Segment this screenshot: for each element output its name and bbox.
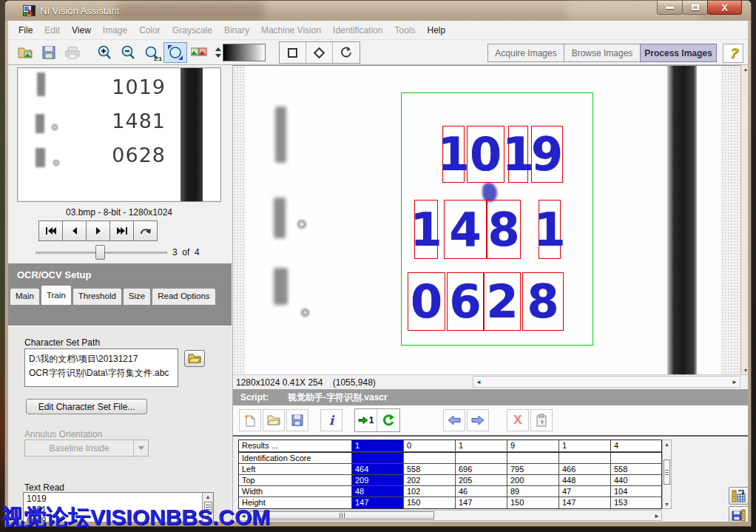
rectangle-icon [288, 48, 297, 58]
script-info-button[interactable]: i [320, 409, 342, 431]
delete-step-button[interactable]: X [507, 409, 529, 431]
table-cell[interactable]: 558 [611, 464, 663, 475]
viewer-vertical-scrollbar[interactable]: ▲ ▼ [740, 65, 748, 374]
table-cell[interactable] [507, 453, 559, 464]
image-display-button[interactable] [187, 42, 211, 63]
table-cell[interactable]: 200 [507, 475, 559, 486]
table-cell-selected[interactable]: 1 [352, 440, 404, 452]
table-cell[interactable]: 104 [611, 486, 663, 497]
roi-rectangle-button[interactable] [280, 42, 306, 63]
zoom-out-button[interactable] [116, 42, 140, 63]
maximize-button[interactable] [682, 1, 708, 15]
open-script-button[interactable] [263, 409, 285, 431]
table-cell[interactable]: 4 [611, 440, 663, 452]
process-images-button[interactable]: Process Images [640, 44, 717, 62]
table-cell[interactable]: 448 [559, 475, 611, 486]
reference-image[interactable]: 1019 1481 0628 [17, 67, 221, 202]
zoom-1to1-button[interactable]: 1:1 [140, 42, 163, 63]
table-cell[interactable]: 46 [456, 486, 507, 497]
palette-spinner[interactable] [215, 46, 221, 59]
roi-diamond-button[interactable] [306, 42, 333, 63]
menu-view[interactable]: View [66, 22, 97, 38]
help-button[interactable]: ? [723, 44, 743, 63]
browse-images-button[interactable]: Browse Images [564, 44, 641, 62]
save-results-button[interactable] [729, 506, 748, 522]
table-cell[interactable]: 47 [559, 486, 611, 497]
menu-help[interactable]: Help [422, 22, 452, 38]
table-cell[interactable]: 150 [404, 497, 456, 508]
loop-images-button[interactable] [133, 220, 158, 241]
table-cell[interactable] [611, 453, 663, 464]
image-caption: 03.bmp - 8-bit - 1280x1024 [8, 207, 230, 218]
next-image-button[interactable] [86, 220, 110, 241]
image-slider-thumb[interactable] [95, 245, 105, 260]
table-cell[interactable]: 147 [456, 497, 507, 508]
open-image-button[interactable] [14, 42, 38, 63]
tab-threshold[interactable]: Threshold [72, 288, 122, 305]
table-cell[interactable]: 696 [456, 464, 507, 475]
tab-read-options[interactable]: Read Options [152, 288, 215, 305]
close-button[interactable]: X [707, 1, 742, 15]
table-cell-selected[interactable]: 464 [352, 464, 404, 475]
image-artifact [37, 73, 45, 96]
table-cell[interactable]: 205 [456, 475, 507, 486]
scroll-right-icon: ► [729, 379, 740, 385]
table-cell[interactable]: 558 [404, 464, 456, 475]
save-image-button[interactable] [38, 42, 61, 63]
table-cell[interactable] [404, 453, 456, 464]
run-loop-button[interactable] [377, 409, 399, 431]
first-image-button[interactable] [38, 220, 63, 241]
table-cell-selected[interactable]: 147 [352, 497, 404, 508]
table-cell[interactable]: 102 [404, 486, 456, 497]
menu-file[interactable]: File [13, 22, 38, 38]
table-horizontal-scrollbar[interactable]: ◄ ► [238, 510, 662, 521]
title-bar[interactable]: NI Vision Assistant X [5, 1, 751, 21]
minimize-button[interactable] [657, 1, 683, 15]
table-cell[interactable] [559, 453, 611, 464]
character-set-path-field[interactable]: D:\我的文档\项目\20131217 OCR字符识别\Data\字符集文件.a… [24, 349, 178, 387]
table-cell[interactable]: 466 [559, 464, 611, 475]
table-cell[interactable]: 0 [404, 440, 456, 452]
scroll-up-icon: ▲ [206, 493, 211, 502]
scrollbar-thumb[interactable] [664, 459, 670, 485]
step-forward-button[interactable] [467, 409, 489, 431]
last-image-button[interactable] [109, 220, 134, 241]
table-cell[interactable]: 795 [507, 464, 559, 475]
step-back-button[interactable] [443, 409, 465, 431]
acquire-images-button[interactable]: Acquire Images [487, 44, 564, 62]
palette-gradient-bar[interactable] [223, 44, 266, 61]
table-cell-selected[interactable] [352, 453, 404, 464]
roi-rotate-button[interactable] [333, 42, 360, 63]
edit-character-set-button[interactable]: Edit Character Set File... [26, 399, 147, 414]
table-cell[interactable] [456, 453, 507, 464]
send-results-to-table-button[interactable] [729, 487, 748, 505]
table-cell[interactable]: 147 [559, 497, 611, 508]
detected-character: 0 [467, 126, 504, 183]
table-cell[interactable]: 1 [456, 440, 507, 452]
tab-main[interactable]: Main [10, 288, 40, 305]
viewer-horizontal-scrollbar[interactable]: ◄ ► [473, 376, 740, 388]
table-vertical-scrollbar[interactable]: ▲ ▼ [662, 440, 672, 509]
table-cell-selected[interactable]: 209 [352, 475, 404, 486]
main-image-viewer[interactable]: 1 0 1 9 1 4 8 1 0 6 2 8 [233, 65, 740, 374]
run-once-button[interactable]: 1 [355, 409, 377, 431]
table-cell-selected[interactable]: 48 [352, 486, 404, 497]
previous-image-button[interactable] [62, 220, 87, 241]
table-cell[interactable]: 150 [507, 497, 559, 508]
zoom-in-button[interactable] [92, 42, 116, 63]
browse-path-button[interactable] [184, 350, 205, 367]
paste-step-button[interactable] [530, 409, 553, 431]
tab-train[interactable]: Train [41, 285, 72, 305]
table-cell[interactable]: 440 [611, 475, 663, 486]
table-cell[interactable]: 89 [507, 486, 559, 497]
results-table[interactable]: Results ... 1 0 1 9 1 4 Identification S… [238, 440, 662, 509]
tab-size[interactable]: Size [123, 288, 151, 305]
table-cell[interactable]: 153 [611, 497, 663, 508]
scrollbar-thumb[interactable] [249, 511, 434, 519]
table-cell[interactable]: 1 [559, 440, 611, 452]
new-script-button[interactable] [239, 409, 261, 431]
table-cell[interactable]: 9 [507, 440, 559, 452]
save-script-button[interactable] [286, 409, 308, 431]
zoom-to-fit-button[interactable] [163, 42, 187, 63]
table-cell[interactable]: 202 [404, 475, 456, 486]
